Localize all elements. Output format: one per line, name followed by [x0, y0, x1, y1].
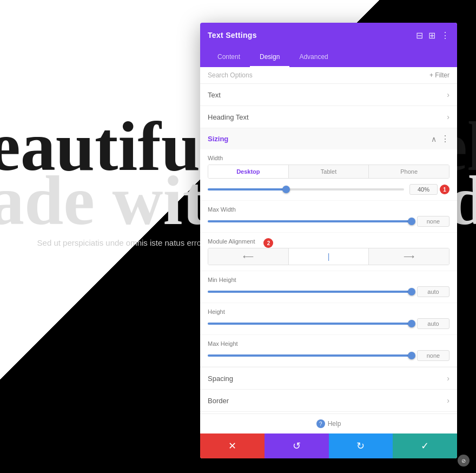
border-chevron-icon: › — [447, 396, 449, 405]
panel-title: Text Settings — [208, 31, 257, 40]
align-right-button[interactable]: ⟶ — [369, 248, 449, 265]
module-alignment-label: Module Alignment — [208, 238, 255, 245]
sizing-chevron-icon: ∧ — [431, 135, 437, 143]
filter-button[interactable]: + Filter — [429, 71, 449, 79]
undo-button[interactable]: ↺ — [265, 433, 329, 458]
width-value-wrap: 1 — [409, 184, 449, 195]
heading-text-section-row[interactable]: Heading Text › — [200, 106, 457, 128]
min-height-slider-track[interactable] — [208, 291, 412, 293]
min-height-slider-thumb[interactable] — [408, 288, 415, 295]
width-slider-track[interactable] — [208, 188, 404, 190]
width-slider-row: 1 — [208, 184, 449, 195]
max-width-value[interactable]: none — [417, 216, 449, 227]
border-section-row[interactable]: Border › — [200, 390, 457, 412]
min-height-label: Min Height — [208, 277, 449, 283]
search-placeholder[interactable]: Search Options — [208, 71, 253, 79]
sizing-section: Sizing ∧ ⋮ Width Desktop Tablet Phone — [200, 128, 457, 367]
save-button[interactable]: ✓ — [393, 433, 457, 458]
sizing-header[interactable]: Sizing ∧ ⋮ — [200, 128, 457, 149]
text-settings-panel: Text Settings ⊟ ⊞ ⋮ Content Design Advan… — [200, 23, 457, 458]
max-width-label: Max Width — [208, 206, 449, 213]
width-slider-fill — [208, 188, 286, 190]
max-height-value[interactable]: none — [417, 350, 449, 361]
sizing-title: Sizing — [208, 135, 228, 143]
help-row: ? Help — [200, 414, 457, 433]
minimize-icon[interactable]: ⊟ — [416, 30, 423, 41]
device-tabs: Desktop Tablet Phone — [208, 165, 449, 179]
spacing-chevron-icon: › — [447, 374, 449, 383]
alignment-buttons: ⟵ | ⟶ — [208, 248, 449, 265]
tab-content[interactable]: Content — [208, 48, 250, 67]
heading-text-section-label: Heading Text — [208, 113, 249, 121]
module-alignment-field-group: Module Alignment 2 ⟵ | ⟶ — [200, 233, 457, 271]
sizing-header-right: ∧ ⋮ — [431, 134, 449, 144]
text-section-row[interactable]: Text › — [200, 84, 457, 106]
min-height-value[interactable]: auto — [417, 286, 449, 297]
panel-body: Text › Heading Text › Sizing ∧ ⋮ Width D… — [200, 84, 457, 413]
max-width-slider-thumb[interactable] — [408, 218, 415, 225]
cancel-button[interactable]: ✕ — [200, 433, 265, 458]
max-height-label: Max Height — [208, 340, 449, 347]
help-icon: ? — [316, 419, 325, 428]
search-bar: Search Options + Filter — [200, 67, 457, 84]
max-width-slider-track[interactable] — [208, 220, 412, 222]
max-height-slider-track[interactable] — [208, 354, 412, 357]
panel-tabs: Content Design Advanced — [200, 48, 457, 67]
text-chevron-icon: › — [447, 90, 449, 99]
panel-footer: ? Help ✕ ↺ ↻ ✓ — [200, 413, 457, 458]
height-slider-thumb[interactable] — [408, 320, 415, 327]
help-text[interactable]: Help — [328, 420, 341, 428]
spacing-section-row[interactable]: Spacing › — [200, 367, 457, 390]
height-value[interactable]: auto — [417, 318, 449, 329]
device-tab-desktop[interactable]: Desktop — [208, 165, 289, 178]
heading-text-chevron-icon: › — [447, 113, 449, 121]
height-slider-track[interactable] — [208, 323, 412, 325]
max-width-slider-row: none — [208, 216, 449, 227]
min-height-field-group: Min Height auto — [200, 271, 457, 303]
border-label: Border — [208, 397, 229, 405]
min-height-slider-row: auto — [208, 286, 449, 297]
max-height-slider-fill — [208, 354, 412, 357]
panel-header-icons: ⊟ ⊞ ⋮ — [416, 30, 449, 41]
max-width-field-group: Max Width none — [200, 201, 457, 233]
more-icon[interactable]: ⋮ — [441, 30, 449, 41]
alignment-badge: 2 — [263, 238, 273, 248]
max-height-slider-thumb[interactable] — [408, 352, 415, 359]
redo-button[interactable]: ↻ — [329, 433, 393, 458]
align-left-button[interactable]: ⟵ — [208, 248, 289, 265]
width-badge: 1 — [440, 185, 449, 194]
device-tab-tablet[interactable]: Tablet — [289, 165, 369, 178]
max-height-slider-row: none — [208, 350, 449, 361]
width-input[interactable] — [409, 184, 438, 195]
panel-header: Text Settings ⊟ ⊞ ⋮ — [200, 23, 457, 48]
expand-icon[interactable]: ⊞ — [428, 30, 435, 41]
height-slider-row: auto — [208, 318, 449, 329]
width-label: Width — [208, 155, 449, 161]
footer-buttons: ✕ ↺ ↻ ✓ — [200, 433, 457, 458]
module-alignment-label-row: Module Alignment 2 — [208, 238, 449, 248]
tab-design[interactable]: Design — [250, 48, 289, 67]
sizing-dots-icon[interactable]: ⋮ — [441, 134, 449, 144]
height-field-group: Height auto — [200, 303, 457, 335]
max-width-slider-fill — [208, 220, 412, 222]
width-field-group: Width Desktop Tablet Phone 1 — [200, 149, 457, 201]
text-section-label: Text — [208, 91, 221, 99]
spacing-label: Spacing — [208, 375, 233, 383]
corner-icon[interactable]: ⊘ — [458, 455, 470, 467]
align-center-button[interactable]: | — [289, 248, 369, 265]
device-tab-phone[interactable]: Phone — [369, 165, 449, 178]
tab-advanced[interactable]: Advanced — [289, 48, 338, 67]
min-height-slider-fill — [208, 291, 412, 293]
height-slider-fill — [208, 323, 412, 325]
height-label: Height — [208, 308, 449, 315]
width-slider-thumb[interactable] — [282, 186, 290, 193]
max-height-field-group: Max Height none — [200, 335, 457, 367]
